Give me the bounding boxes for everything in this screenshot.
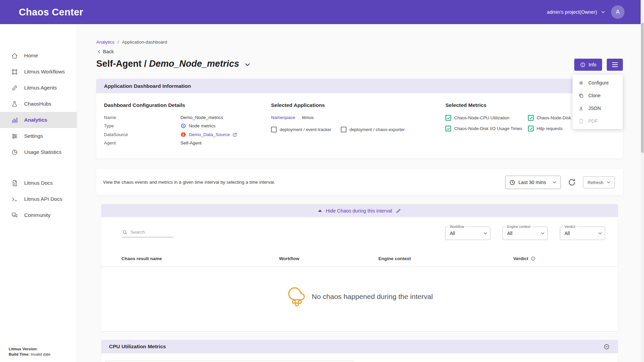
sidebar-item-usage-statistics[interactable]: Usage Statistics	[0, 144, 77, 160]
checkbox-label: Chaos-Node-Disk I/O Usage Times	[454, 126, 522, 131]
checkbox-checked-icon	[528, 126, 534, 131]
namespace-label: Namespace	[271, 115, 295, 120]
collapse-minus-icon[interactable]	[603, 344, 610, 350]
dashboard-actions-menu-button[interactable]	[607, 59, 623, 71]
scrollbar-thumb[interactable]	[641, 23, 644, 153]
column-engine-context: Engine context	[378, 256, 513, 261]
checkbox-disk-io-times[interactable]: Chaos-Node-Disk I/O Usage Times	[445, 126, 528, 131]
checkbox-event-tracker[interactable]: deployment / event-tracker	[271, 127, 331, 132]
menu-item-label: Clone	[588, 93, 601, 98]
sidebar-divider	[0, 160, 77, 175]
chevron-down-icon	[600, 9, 606, 15]
checkbox-label: Http requests	[537, 126, 562, 131]
info-button[interactable]: Info	[574, 59, 602, 71]
datasource-link[interactable]: Demo_Data_Source	[189, 132, 230, 137]
namespace-value: litmus	[302, 115, 314, 120]
menu-item-pdf[interactable]: PDF	[573, 115, 623, 127]
chevron-down-icon	[606, 180, 611, 185]
hide-chaos-label: Hide Chaos during this interval	[326, 208, 392, 214]
app-title: Chaos Center	[19, 7, 83, 18]
search-input[interactable]	[130, 230, 173, 235]
selected-applications-title: Selected Applications	[271, 102, 445, 108]
dashboard-info-card-header: Application Dashboard Information	[96, 79, 623, 93]
edit-pencil-icon[interactable]	[396, 208, 401, 214]
menu-item-json[interactable]: JSON	[573, 102, 623, 115]
breadcrumb-analytics[interactable]: Analytics	[96, 40, 114, 45]
project-switcher[interactable]: admin's project(Owner)	[547, 9, 606, 15]
sidebar-item-litmus-api-docs[interactable]: Litmus API Docs	[0, 191, 77, 207]
prometheus-icon	[180, 132, 186, 137]
sidebar-item-settings[interactable]: Settings	[0, 128, 77, 144]
sidebar-item-label: ChaosHubs	[24, 101, 51, 107]
top-header: Chaos Center admin's project(Owner) A	[0, 0, 644, 24]
sidebar-item-litmus-workflows[interactable]: Litmus Workflows	[0, 64, 77, 80]
workflow-filter-value: All	[450, 231, 455, 236]
sidebar: Home Litmus Workflows Litmus Agents Chao…	[0, 24, 77, 362]
checkbox-chaos-exporter[interactable]: deployment / chaos-exporter	[341, 127, 405, 132]
chaos-table-header: Chaos result name Workflow Engine contex…	[101, 251, 618, 267]
build-time-label: Build Time:	[9, 352, 30, 356]
back-button[interactable]: Back	[96, 49, 120, 54]
verdict-filter-label: Verdict	[563, 225, 577, 229]
avatar[interactable]: A	[611, 5, 625, 19]
empty-state: No chaos happened during the interval	[101, 267, 618, 326]
clone-icon	[578, 93, 584, 99]
checkbox-cpu-utilization[interactable]: Chaos-Node-CPU Utilization	[445, 115, 528, 121]
sidebar-item-chaoshubs[interactable]: ChaosHubs	[0, 96, 77, 112]
community-icon	[11, 212, 18, 219]
scrollbar[interactable]	[641, 0, 644, 362]
auto-refresh-icon[interactable]	[568, 178, 576, 187]
refresh-button-label: Refresh	[588, 180, 603, 185]
time-range-value: Last 30 mins	[519, 180, 546, 185]
checkbox-checked-icon	[445, 126, 451, 131]
time-interval-description: View the chaos events and metrics in a g…	[103, 179, 281, 186]
menu-item-clone[interactable]: Clone	[573, 89, 623, 102]
chevron-left-icon	[96, 49, 102, 54]
dashboard-switch-chevron-icon[interactable]	[244, 61, 251, 68]
info-icon	[580, 62, 586, 68]
page-title-name: Demo_Node_metrics	[149, 59, 239, 69]
gear-icon	[578, 80, 584, 86]
project-label: admin's project(Owner)	[547, 9, 597, 15]
time-range-select[interactable]: Last 30 mins	[505, 176, 561, 189]
page-title: Self-Agent / Demo_Node_metrics	[96, 59, 239, 69]
sidebar-item-litmus-docs[interactable]: Litmus Docs	[0, 175, 77, 191]
sidebar-item-home[interactable]: Home	[0, 48, 77, 64]
sidebar-item-label: Analytics	[24, 117, 47, 123]
settings-icon	[11, 133, 18, 140]
refresh-button[interactable]: Refresh	[583, 176, 615, 188]
sidebar-item-litmus-agents[interactable]: Litmus Agents	[0, 80, 77, 96]
menu-item-label: PDF	[588, 118, 598, 124]
cpu-metrics-header: CPU Utilization Metrics	[101, 340, 618, 353]
configuration-details-column: Dashboard Configuration Details Name Dem…	[104, 102, 271, 148]
external-link-icon[interactable]	[232, 132, 237, 137]
workflows-icon	[11, 68, 18, 75]
home-icon	[11, 52, 18, 59]
sidebar-item-analytics[interactable]: Analytics	[0, 112, 77, 128]
checkbox-label: deployment / chaos-exporter	[350, 127, 405, 132]
agent-value: Self-Agent	[180, 140, 202, 145]
breadcrumb-separator: /	[118, 40, 119, 45]
hide-chaos-toggle[interactable]: Hide Chaos during this interval	[101, 204, 618, 217]
page-title-prefix: Self-Agent /	[96, 59, 147, 69]
engine-context-filter-select[interactable]: Engine context All	[502, 227, 548, 240]
dashboard-info-title: Application Dashboard Information	[104, 83, 191, 89]
configuration-details-title: Dashboard Configuration Details	[104, 102, 271, 108]
menu-item-configure[interactable]: Configure	[573, 76, 623, 89]
sidebar-item-label: Community	[24, 212, 50, 218]
selected-applications-column: Selected Applications Namespace litmus d…	[271, 102, 445, 148]
verdict-info-icon[interactable]	[531, 256, 536, 261]
verdict-filter-select[interactable]: Verdict All	[560, 227, 605, 240]
build-time-value: Invalid date	[31, 352, 51, 356]
back-label: Back	[103, 49, 114, 54]
sidebar-item-label: Litmus Docs	[24, 180, 53, 186]
checkbox-label: deployment / event-tracker	[280, 127, 331, 132]
sidebar-item-label: Settings	[24, 133, 43, 139]
checkbox-unchecked-icon	[271, 127, 277, 132]
agent-label: Agent	[104, 140, 180, 145]
sidebar-item-label: Home	[24, 53, 38, 59]
type-value: Node metrics	[189, 123, 216, 128]
sidebar-item-community[interactable]: Community	[0, 207, 77, 223]
breadcrumb: Analytics / Application-dashboard	[96, 40, 623, 45]
workflow-filter-select[interactable]: Workflow All	[445, 227, 490, 240]
